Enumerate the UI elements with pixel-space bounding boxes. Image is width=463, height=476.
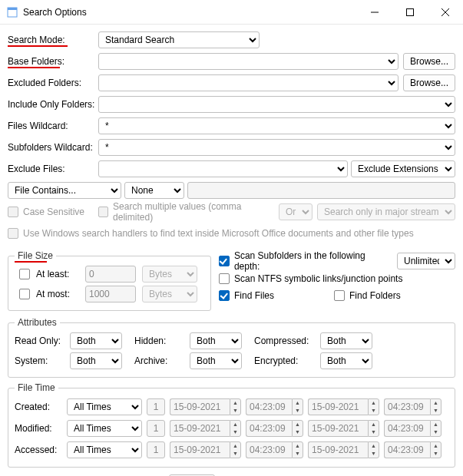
modified-n-input[interactable]	[147, 420, 165, 437]
at-least-input[interactable]	[85, 266, 136, 283]
modified-from-date[interactable]	[170, 420, 230, 437]
accessed-to-date-spin[interactable]: ▲▼	[368, 441, 379, 458]
contains-text-input[interactable]	[187, 182, 455, 199]
accessed-to-time-spin[interactable]: ▲▼	[430, 441, 442, 458]
created-from-time-spin[interactable]: ▲▼	[292, 398, 303, 415]
accessed-from-date-spin[interactable]: ▲▼	[230, 441, 241, 458]
scan-ntfs-checkbox[interactable]: Scan NTFS symbolic links/junction points	[219, 270, 455, 287]
accessed-to-date[interactable]	[308, 441, 368, 458]
modified-from-time[interactable]	[246, 420, 292, 437]
created-to-time-spin[interactable]: ▲▼	[430, 398, 442, 415]
created-from-time[interactable]	[246, 398, 292, 415]
include-only-label: Include Only Folders:	[8, 99, 98, 110]
exclude-files-label: Exclude Files:	[8, 164, 98, 174]
file-contains-select[interactable]: File Contains...	[8, 182, 121, 199]
search-multi-checkbox[interactable]: Search multiple values (comma delimited)	[98, 201, 268, 223]
created-to-date[interactable]	[308, 398, 368, 415]
at-most-input[interactable]	[85, 286, 136, 302]
at-least-unit[interactable]: Bytes	[142, 266, 197, 283]
accessed-n-input[interactable]	[147, 441, 165, 458]
accessed-from-time-spin[interactable]: ▲▼	[292, 441, 303, 458]
created-n-input[interactable]	[147, 398, 165, 415]
modified-from-date-spin[interactable]: ▲▼	[230, 420, 241, 437]
titlebar: Search Options	[0, 0, 463, 25]
attributes-legend: Attributes	[15, 317, 60, 328]
archive-select[interactable]: Both	[190, 352, 242, 369]
case-sensitive-checkbox[interactable]: Case Sensitive	[8, 207, 98, 217]
attributes-group: Attributes Read Only: Both Hidden: Both …	[8, 317, 455, 378]
created-from-date-spin[interactable]: ▲▼	[230, 398, 241, 415]
created-label: Created:	[15, 402, 62, 412]
modified-mode-select[interactable]: All Times	[67, 420, 142, 437]
created-from-date[interactable]	[170, 398, 230, 415]
excluded-folders-combo[interactable]	[98, 74, 399, 91]
minimize-button[interactable]	[357, 0, 392, 25]
at-least-label: At least:	[36, 269, 79, 279]
archive-label: Archive:	[134, 355, 184, 366]
find-folders-checkbox[interactable]: Find Folders	[334, 287, 401, 304]
maximize-button[interactable]	[392, 0, 428, 25]
system-label: System:	[15, 355, 64, 366]
window-title: Search Options	[23, 7, 357, 18]
app-icon	[6, 6, 18, 18]
base-folders-label: Base Folders:	[8, 56, 98, 67]
file-size-legend: File Size	[15, 250, 56, 261]
hidden-label: Hidden:	[134, 336, 184, 346]
modified-to-date-spin[interactable]: ▲▼	[368, 420, 379, 437]
winsearch-checkbox[interactable]: Use Windows search handlers to find text…	[8, 228, 414, 239]
compressed-select[interactable]: Both	[320, 332, 372, 349]
exclude-ext-select[interactable]: Exclude Extensions List	[351, 160, 455, 177]
readonly-select[interactable]: Both	[70, 332, 122, 349]
at-most-unit[interactable]: Bytes	[142, 286, 197, 302]
at-most-checkbox[interactable]	[19, 289, 30, 299]
accessed-to-time[interactable]	[384, 441, 430, 458]
svg-rect-3	[407, 8, 414, 15]
modified-from-time-spin[interactable]: ▲▼	[292, 420, 303, 437]
or-select[interactable]: Or	[279, 203, 313, 220]
created-to-time[interactable]	[384, 398, 430, 415]
excluded-folders-browse-button[interactable]: Browse...	[403, 74, 455, 91]
exclude-files-combo[interactable]	[98, 160, 348, 177]
modified-label: Modified:	[15, 423, 62, 434]
subfolders-wildcard-label: Subfolders Wildcard:	[8, 142, 98, 153]
include-only-combo[interactable]	[98, 96, 455, 113]
accessed-from-time[interactable]	[246, 441, 292, 458]
contains-mode-select[interactable]: None	[124, 182, 184, 199]
encrypted-select[interactable]: Both	[320, 352, 372, 369]
modified-to-date[interactable]	[308, 420, 368, 437]
find-files-checkbox[interactable]: Find Files	[219, 287, 334, 304]
excluded-folders-label: Excluded Folders:	[8, 78, 98, 88]
depth-select[interactable]: Unlimited	[397, 253, 455, 269]
encrypted-label: Encrypted:	[254, 355, 314, 366]
base-folders-combo[interactable]	[98, 53, 399, 70]
system-select[interactable]: Both	[70, 352, 122, 369]
file-time-legend: File Time	[15, 382, 58, 393]
readonly-label: Read Only:	[15, 336, 64, 346]
search-mode-select[interactable]: Standard Search	[98, 31, 260, 48]
created-mode-select[interactable]: All Times	[67, 398, 142, 415]
search-mode-label: Search Mode:	[8, 35, 98, 45]
base-folders-browse-button[interactable]: Browse...	[403, 53, 455, 70]
modified-to-time-spin[interactable]: ▲▼	[430, 420, 442, 437]
at-most-label: At most:	[36, 289, 79, 299]
svg-rect-1	[8, 8, 17, 10]
accessed-from-date[interactable]	[170, 441, 230, 458]
modified-to-time[interactable]	[384, 420, 430, 437]
file-time-group: File Time Created: All Times ▲▼ ▲▼ ▲▼ ▲▼…	[8, 382, 455, 468]
file-size-group: File Size At least: Bytes At most: Bytes	[8, 250, 211, 311]
files-wildcard-combo[interactable]: *	[98, 117, 455, 134]
compressed-label: Compressed:	[254, 336, 314, 346]
scan-depth-checkbox[interactable]: Scan Subfolders in the following depth: …	[219, 252, 455, 270]
at-least-checkbox[interactable]	[19, 269, 30, 279]
subfolders-wildcard-combo[interactable]: *	[98, 139, 455, 156]
hidden-select[interactable]: Both	[190, 332, 242, 349]
search-major-select[interactable]: Search only in major stream	[317, 203, 455, 220]
accessed-label: Accessed:	[15, 445, 62, 455]
close-button[interactable]	[428, 0, 463, 25]
accessed-mode-select[interactable]: All Times	[67, 441, 142, 458]
files-wildcard-label: Files Wildcard:	[8, 121, 98, 131]
created-to-date-spin[interactable]: ▲▼	[368, 398, 379, 415]
